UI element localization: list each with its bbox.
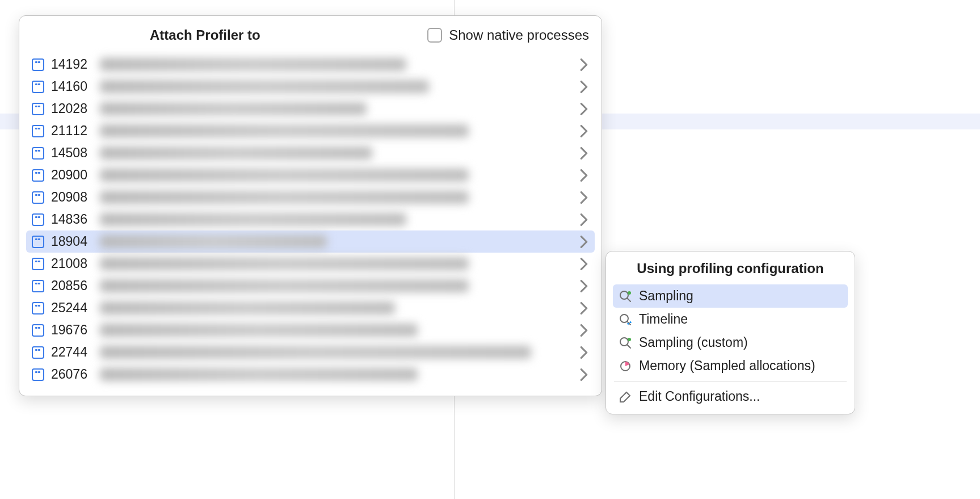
process-name-blurred (100, 368, 418, 381)
process-pid: 20908 (51, 190, 93, 205)
process-icon (32, 125, 44, 137)
process-pid: 14160 (51, 79, 93, 94)
config-option-label: Sampling (custom) (639, 335, 748, 350)
chevron-right-icon (580, 302, 588, 315)
chevron-right-icon (580, 213, 588, 226)
process-name-blurred (100, 102, 367, 115)
process-icon (32, 258, 44, 270)
chevron-right-icon (580, 81, 588, 93)
process-name-blurred (100, 124, 469, 137)
config-option-sampling-custom-[interactable]: Sampling (custom) (613, 331, 848, 354)
process-icon (32, 213, 44, 226)
process-icon (32, 302, 44, 315)
chevron-right-icon (580, 258, 588, 270)
process-pid: 26076 (51, 367, 93, 382)
chevron-right-icon (580, 280, 588, 292)
chevron-right-icon (580, 147, 588, 160)
process-row[interactable]: 20900 (26, 164, 595, 186)
config-option-label: Sampling (639, 288, 693, 304)
process-pid: 25244 (51, 300, 93, 316)
chevron-right-icon (580, 324, 588, 337)
process-icon (32, 324, 44, 337)
process-row[interactable]: 12028 (26, 98, 595, 120)
process-pid: 14192 (51, 57, 93, 72)
process-pid: 22744 (51, 345, 93, 360)
process-name-blurred (100, 80, 429, 93)
process-icon (32, 147, 44, 160)
process-row[interactable]: 18904 (26, 230, 595, 253)
profiling-config-popup: Using profiling configuration SamplingTi… (605, 251, 855, 414)
process-name-blurred (100, 169, 469, 182)
process-row[interactable]: 14192 (26, 53, 595, 76)
process-pid: 20900 (51, 167, 93, 183)
config-option-list: SamplingTimelineSampling (custom)Memory … (606, 284, 855, 378)
process-name-blurred (100, 257, 469, 270)
process-name-blurred (100, 191, 469, 204)
process-icon (32, 191, 44, 204)
process-icon (32, 280, 44, 292)
chevron-right-icon (580, 346, 588, 359)
process-pid: 14508 (51, 145, 93, 161)
chevron-right-icon (580, 103, 588, 115)
process-row[interactable]: 14836 (26, 208, 595, 230)
process-icon (32, 58, 44, 71)
show-native-checkbox[interactable]: Show native processes (427, 27, 589, 43)
process-icon (32, 81, 44, 93)
process-name-blurred (100, 301, 395, 315)
chevron-right-icon (580, 191, 588, 204)
chevron-right-icon (580, 368, 588, 381)
process-name-blurred (100, 279, 469, 292)
process-pid: 19676 (51, 322, 93, 338)
divider (614, 381, 847, 381)
svg-point-7 (628, 338, 631, 341)
process-icon (32, 103, 44, 115)
config-popup-title: Using profiling configuration (606, 261, 855, 284)
process-row[interactable]: 26076 (26, 363, 595, 385)
sampling-icon (619, 336, 632, 350)
process-icon (32, 368, 44, 381)
process-pid: 12028 (51, 101, 93, 116)
svg-point-2 (628, 291, 631, 295)
config-option-sampling[interactable]: Sampling (613, 284, 848, 308)
process-row[interactable]: 21112 (26, 120, 595, 142)
chevron-right-icon (580, 58, 588, 71)
memory-icon (619, 359, 632, 373)
process-name-blurred (100, 146, 372, 160)
pencil-icon (619, 390, 632, 404)
popup-title: Attach Profiler to (150, 27, 260, 43)
process-name-blurred (100, 324, 418, 337)
popup-header: Attach Profiler to Show native processes (19, 27, 602, 51)
svg-line-6 (627, 345, 630, 348)
config-option-label: Timeline (639, 312, 688, 327)
config-option-timeline[interactable]: Timeline (613, 308, 848, 331)
config-footer: Edit Configurations... (606, 385, 855, 408)
process-name-blurred (100, 213, 406, 226)
process-list: 1419214160120282111214508209002090814836… (19, 51, 602, 385)
process-row[interactable]: 14508 (26, 142, 595, 164)
process-row[interactable]: 22744 (26, 341, 595, 363)
process-row[interactable]: 25244 (26, 297, 595, 319)
show-native-label: Show native processes (449, 27, 589, 43)
process-pid: 18904 (51, 234, 93, 249)
process-name-blurred (100, 346, 531, 359)
process-row[interactable]: 19676 (26, 319, 595, 341)
chevron-right-icon (580, 236, 588, 248)
config-option-memory-sampled-allocations-[interactable]: Memory (Sampled allocations) (613, 354, 848, 378)
process-pid: 21112 (51, 123, 93, 139)
process-row[interactable]: 21008 (26, 253, 595, 275)
chevron-right-icon (580, 169, 588, 182)
svg-line-1 (627, 298, 630, 301)
process-pid: 21008 (51, 256, 93, 271)
edit-configurations-label: Edit Configurations... (639, 389, 760, 404)
process-row[interactable]: 14160 (26, 76, 595, 98)
timeline-icon (619, 313, 632, 326)
process-icon (32, 169, 44, 182)
sampling-icon (619, 290, 632, 303)
process-row[interactable]: 20856 (26, 275, 595, 297)
edit-configurations-item[interactable]: Edit Configurations... (613, 385, 848, 408)
process-row[interactable]: 20908 (26, 186, 595, 208)
process-name-blurred (100, 235, 327, 248)
config-option-label: Memory (Sampled allocations) (639, 358, 815, 374)
attach-profiler-popup: Attach Profiler to Show native processes… (19, 15, 602, 396)
chevron-right-icon (580, 125, 588, 137)
